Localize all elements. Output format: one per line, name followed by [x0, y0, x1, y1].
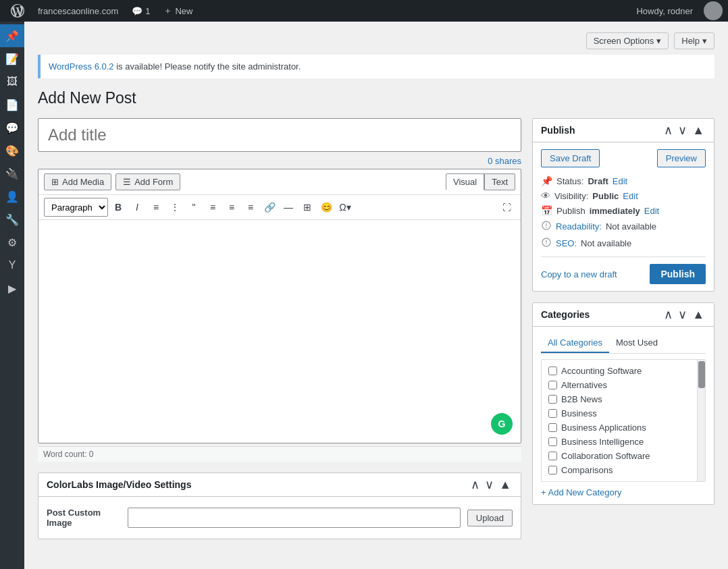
paragraph-select[interactable]: Paragraph: [44, 198, 108, 217]
category-checkbox-collaboration[interactable]: [548, 452, 557, 460]
sidebar-item-comments[interactable]: 💬: [0, 116, 24, 139]
colorlabs-collapse-down[interactable]: ∨: [484, 479, 495, 491]
publish-collapse-up[interactable]: ∧: [662, 124, 674, 136]
colorlabs-box-controls: ∧ ∨ ▲: [469, 479, 513, 491]
table-button[interactable]: ⊞: [298, 198, 316, 216]
visual-tab[interactable]: Visual: [446, 173, 484, 190]
upload-button[interactable]: Upload: [467, 510, 513, 526]
help-button[interactable]: Help ▾: [674, 32, 714, 49]
category-checkbox-business-apps[interactable]: [548, 423, 557, 432]
add-form-button[interactable]: ☰ Add Form: [115, 173, 180, 190]
sidebar-item-yoast[interactable]: Y: [0, 254, 24, 277]
publish-time-edit-link[interactable]: Edit: [644, 206, 659, 216]
publish-box-controls: ∧ ∨ ▲: [662, 124, 706, 136]
categories-collapse-down[interactable]: ∨: [677, 308, 688, 321]
align-center-button[interactable]: ≡: [223, 198, 240, 216]
category-checkbox-comparisons[interactable]: [548, 466, 557, 475]
custom-image-input[interactable]: [128, 508, 461, 528]
post-main-column: 0 shares ⊞ Add Media ☰ Add Form: [38, 118, 521, 550]
add-form-label: Add Form: [134, 177, 173, 187]
category-scrollbar[interactable]: [697, 360, 705, 481]
sidebar-item-settings[interactable]: ⚙: [0, 231, 24, 254]
category-checkbox-business[interactable]: [548, 409, 557, 418]
ordered-list-button[interactable]: ⋮: [166, 198, 184, 216]
publish-time-label: Publish: [556, 206, 586, 216]
editor-body[interactable]: G: [38, 220, 521, 443]
grammarly-button[interactable]: G: [491, 413, 513, 435]
readability-icon: [541, 220, 552, 233]
bold-button[interactable]: B: [109, 198, 127, 216]
readability-label[interactable]: Readability:: [556, 221, 602, 232]
publish-time-row: 📅 Publish immediately Edit: [541, 205, 706, 216]
category-checkbox-b2b[interactable]: [548, 395, 557, 404]
wp-logo-item[interactable]: [5, 0, 30, 22]
add-media-label: Add Media: [62, 177, 104, 187]
italic-button[interactable]: I: [128, 198, 146, 216]
save-draft-button[interactable]: Save Draft: [541, 149, 600, 167]
shares-link[interactable]: 0 shares: [488, 156, 521, 166]
wp-version-link[interactable]: WordPress 6.0.2: [49, 61, 114, 72]
colorlabs-collapse-up[interactable]: ∧: [469, 479, 481, 491]
unordered-list-button[interactable]: ≡: [147, 198, 165, 216]
sidebar-item-posts[interactable]: 📝: [0, 47, 24, 70]
publish-toggle[interactable]: ▲: [691, 124, 706, 136]
colorlabs-toggle[interactable]: ▲: [498, 479, 513, 491]
text-tab[interactable]: Text: [484, 173, 515, 190]
align-left-button[interactable]: ≡: [204, 198, 222, 216]
category-item-business: Business: [544, 406, 702, 421]
special-chars-button[interactable]: Ω▾: [336, 198, 354, 216]
seo-label[interactable]: SEO:: [556, 238, 577, 248]
publish-box: Publish ∧ ∨ ▲ Save Draft Preview 📌 Statu…: [532, 118, 714, 292]
word-count: Word count: 0: [38, 446, 521, 462]
sidebar-item-media[interactable]: 🖼: [0, 70, 24, 93]
custom-image-label: Post Custom Image: [47, 508, 121, 528]
most-used-tab[interactable]: Most Used: [609, 333, 665, 353]
sidebar-item-pin[interactable]: 📌: [0, 24, 24, 47]
link-button[interactable]: 🔗: [261, 198, 278, 216]
sidebar-item-plugins[interactable]: 🔌: [0, 162, 24, 185]
align-right-button[interactable]: ≡: [242, 198, 259, 216]
screen-options-button[interactable]: Screen Options ▾: [586, 32, 669, 49]
site-name-item[interactable]: francescaonline.com: [32, 0, 124, 22]
post-title-input[interactable]: [38, 118, 521, 152]
copy-draft-link[interactable]: Copy to a new draft: [541, 269, 617, 279]
sidebar-item-pages[interactable]: 📄: [0, 93, 24, 116]
colorlabs-box-header: ColorLabs Image/Video Settings ∧ ∨ ▲: [38, 473, 521, 497]
publish-button[interactable]: Publish: [650, 264, 706, 284]
sidebar-item-appearance[interactable]: 🎨: [0, 139, 24, 162]
category-scrollbar-thumb: [698, 361, 705, 388]
category-checkbox-business-intel[interactable]: [548, 437, 557, 446]
category-checkbox-accounting[interactable]: [548, 367, 557, 375]
category-checkbox-alternatives[interactable]: [548, 381, 557, 389]
horizontal-rule-button[interactable]: —: [280, 198, 297, 216]
category-label-business-apps: Business Applications: [561, 423, 646, 433]
comments-item[interactable]: 💬 1: [126, 0, 155, 22]
publish-actions: Save Draft Preview: [541, 149, 706, 167]
status-row: 📌 Status: Draft Edit: [541, 175, 706, 186]
editor-tabs: Visual Text: [446, 173, 515, 190]
all-categories-tab[interactable]: All Categories: [541, 333, 609, 353]
add-media-button[interactable]: ⊞ Add Media: [44, 173, 111, 190]
add-new-category-link[interactable]: + Add New Category: [541, 487, 622, 497]
emoji-button[interactable]: 😊: [317, 198, 335, 216]
publish-collapse-down[interactable]: ∨: [677, 124, 688, 136]
preview-button[interactable]: Preview: [657, 149, 706, 167]
new-item[interactable]: ＋ New: [158, 0, 198, 22]
category-label-b2b: B2B News: [561, 394, 602, 404]
readability-row: Readability: Not available: [541, 220, 706, 233]
page-title: Add New Post: [38, 89, 714, 107]
categories-toggle[interactable]: ▲: [691, 308, 706, 321]
categories-box-content: All Categories Most Used Accounting Soft…: [533, 327, 714, 504]
blockquote-button[interactable]: ": [185, 198, 203, 216]
sidebar-item-users[interactable]: 👤: [0, 185, 24, 208]
visibility-row: 👁 Visibility: Public Edit: [541, 190, 706, 201]
wp-logo-icon: [11, 4, 24, 18]
category-item-comparisons: Comparisons: [544, 463, 702, 477]
expand-button[interactable]: ⛶: [498, 198, 515, 216]
category-tabs: All Categories Most Used: [541, 333, 706, 354]
sidebar-item-play[interactable]: ▶: [0, 277, 24, 300]
visibility-edit-link[interactable]: Edit: [623, 191, 638, 201]
sidebar-item-tools[interactable]: 🔧: [0, 208, 24, 231]
categories-collapse-up[interactable]: ∧: [662, 308, 674, 321]
status-edit-link[interactable]: Edit: [613, 176, 627, 186]
